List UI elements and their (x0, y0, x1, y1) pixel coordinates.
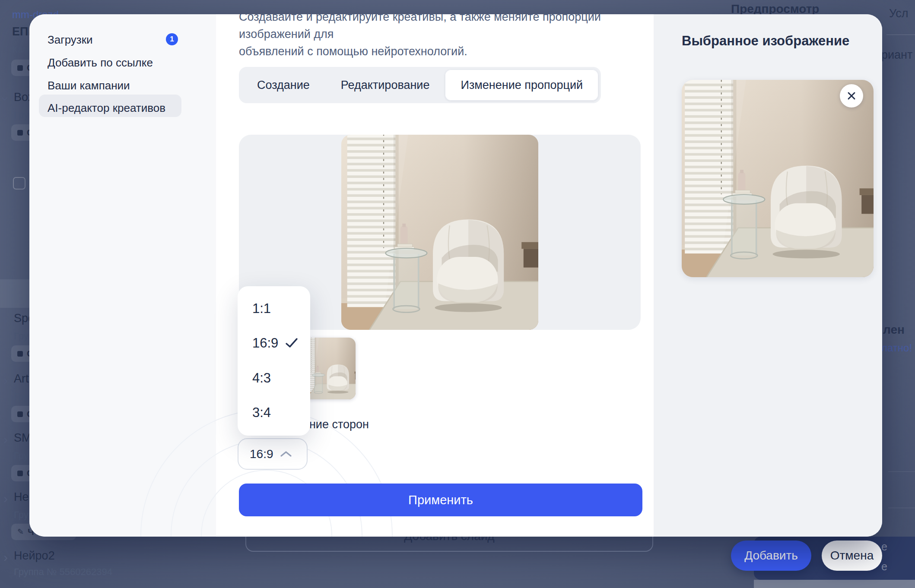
editor-tabs: Создание Редактирование Изменение пропор… (239, 67, 601, 103)
status-square-icon (17, 351, 23, 357)
chevron-up-icon (280, 450, 292, 458)
selected-image-title: Выбранное изображение (682, 33, 849, 49)
group-title[interactable]: Art (14, 372, 29, 386)
sidebar-item-uploads[interactable]: Загрузки (48, 33, 93, 47)
sidebar-item-your-campaigns[interactable]: Ваши кампании (48, 79, 130, 92)
chevron-right-icon[interactable]: › (3, 551, 8, 564)
modal-sidebar: Загрузки 1 Добавить по ссылке Ваши кампа… (29, 14, 216, 537)
aspect-ratio-dropdown: 1:1 16:9 4:3 3:4 (238, 286, 310, 436)
group-title[interactable]: Не (14, 490, 29, 504)
status-square-icon (17, 130, 23, 136)
heading-fragment: лен (883, 323, 905, 337)
divider (886, 35, 915, 35)
option-16-9[interactable]: 16:9 (238, 330, 310, 356)
row-checkbox[interactable] (13, 177, 25, 190)
pencil-icon: ✎ (17, 527, 24, 537)
selected-image-panel: Выбранное изображение (654, 14, 882, 537)
editor-description: Создавайте и редактируйте креативы, а та… (239, 14, 641, 60)
divider (888, 471, 915, 472)
sidebar-item-ai-editor[interactable]: AI-редактор креативов (48, 101, 165, 115)
status-square-icon (17, 411, 23, 417)
chevron-down-icon[interactable]: › (0, 97, 12, 101)
remove-image-button[interactable] (840, 84, 863, 107)
top-right-fragment: Усл (889, 7, 909, 20)
divider (888, 508, 915, 508)
free-label-fragment: латно! (881, 342, 912, 354)
uploads-count-badge: 1 (166, 33, 178, 45)
ai-creative-editor-modal: Загрузки 1 Добавить по ссылке Ваши кампа… (29, 14, 882, 537)
selected-image-card (682, 80, 874, 277)
chevron-right-icon[interactable]: › (3, 374, 8, 387)
group-title[interactable]: SM (14, 431, 32, 445)
image-thumbnail[interactable] (302, 338, 356, 399)
aspect-ratio-select[interactable]: 16:9 (238, 438, 308, 470)
group-title[interactable]: Нейро2 (14, 549, 55, 563)
footer-strip (754, 580, 915, 588)
close-icon (846, 91, 857, 101)
group-subtitle: Группа № 5560262394 (14, 566, 112, 578)
add-button[interactable]: Добавить (731, 541, 811, 571)
status-square-icon (17, 471, 23, 476)
option-1-1[interactable]: 1:1 (238, 296, 310, 322)
sidebar-item-add-by-link[interactable]: Добавить по ссылке (48, 56, 153, 70)
modal-content: Создавайте и редактируйте креативы, а та… (216, 14, 654, 537)
tab-change-proportions[interactable]: Изменение пропорций (445, 70, 598, 101)
chevron-right-icon[interactable]: › (3, 313, 8, 326)
main-image (341, 135, 538, 330)
tab-editing[interactable]: Редактирование (325, 70, 445, 101)
tab-creation[interactable]: Создание (241, 70, 325, 101)
chevron-right-icon[interactable]: › (3, 433, 8, 446)
cancel-button[interactable]: Отмена (822, 541, 882, 571)
variant-fragment: риант (881, 48, 912, 62)
footer-bar-fragment: е (881, 560, 887, 573)
check-icon (285, 338, 298, 349)
apply-button[interactable]: Применить (239, 484, 642, 516)
footer-bar-fragment: е (881, 541, 887, 553)
chevron-right-icon[interactable]: › (3, 492, 8, 505)
selected-image (682, 80, 874, 277)
option-3-4[interactable]: 3:4 (238, 400, 310, 426)
aspect-ratio-value: 16:9 (250, 447, 273, 461)
option-4-3[interactable]: 4:3 (238, 365, 310, 391)
status-square-icon (17, 65, 23, 71)
